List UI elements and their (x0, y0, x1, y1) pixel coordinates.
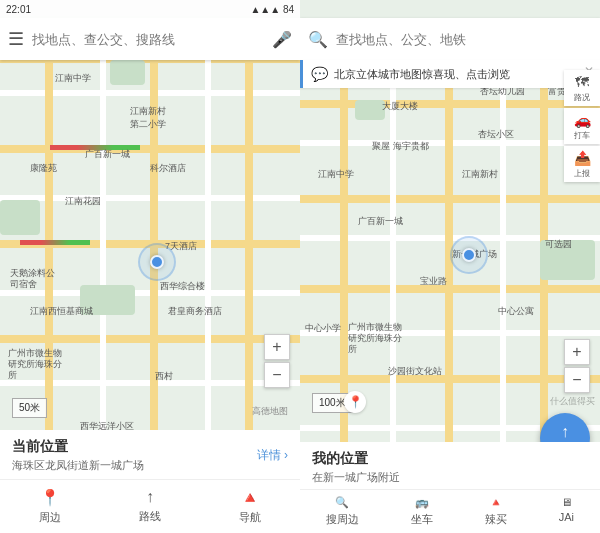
taxi-icon: 🚗 (574, 112, 591, 128)
bus-label: 坐车 (411, 512, 433, 527)
left-actions: 📍 周边 ↑ 路线 🔺 导航 (0, 480, 300, 533)
right-map-panel: 广厦新小区 大厦大楼 杏坛幼儿园 富贵华厅 杏坛小区 聚屋 海宇贵都 江南中学 … (300, 0, 600, 533)
scale-left: 50米 (12, 398, 47, 418)
battery-left: 84 (283, 4, 294, 15)
map-label-r: 江南中学 (318, 168, 354, 181)
map-label-r: 广百新一城 (358, 215, 403, 228)
notification-text: 北京立体城市地图惊喜现、点击浏览 (334, 67, 510, 82)
map-label-r: 广州市微生物研究所海珠分所 (348, 322, 408, 354)
traffic-btn[interactable]: 🗺 路况 (564, 70, 600, 106)
jai-icon: 🖥 (561, 496, 572, 508)
time-left: 22:01 (6, 4, 31, 15)
jai-label: JAi (559, 511, 574, 523)
jai-btn[interactable]: 🖥 JAi (559, 496, 574, 527)
notification-banner[interactable]: 💬 北京立体城市地图惊喜现、点击浏览 ✕ (300, 60, 600, 88)
map-label-r: 江南新村 (462, 168, 498, 181)
zoom-in-right[interactable]: + (564, 339, 590, 365)
buy-label: 辣买 (485, 512, 507, 527)
search-icon-right: 🔍 (308, 30, 328, 49)
status-bar-left: 22:01 ▲▲▲ 84 (0, 0, 300, 18)
traffic-label: 路况 (574, 92, 590, 103)
buy-icon: 🔺 (489, 496, 503, 509)
zoom-controls-left: + − (264, 334, 290, 388)
chat-icon: 💬 (311, 66, 328, 82)
search-nearby-btn[interactable]: 🔍 搜周边 (326, 496, 359, 527)
taxi-label: 打车 (574, 130, 590, 141)
search-input-left[interactable] (32, 24, 264, 54)
navigate-label-left: 导航 (239, 510, 261, 525)
right-location-info: 我的位置 在新一城广场附近 (300, 442, 600, 490)
signal-left: ▲▲▲ (250, 4, 280, 15)
location-sub-left: 海珠区龙凤街道新一城广场 (12, 458, 144, 473)
nearby-icon: 📍 (40, 488, 60, 507)
map-label: 广州市微生物研究所海珠分所 (8, 348, 68, 380)
taxi-btn[interactable]: 🚗 打车 (564, 108, 600, 144)
location-accuracy-ring-right (450, 236, 488, 274)
report-label: 上报 (574, 168, 590, 179)
navigate-btn-left[interactable]: 🔺 导航 (239, 488, 261, 525)
left-location-info: 当前位置 海珠区龙凤街道新一城广场 详情 › (0, 430, 300, 480)
mic-icon[interactable]: 🎤 (272, 30, 292, 49)
zoom-in-left[interactable]: + (264, 334, 290, 360)
right-actions: 🔍 搜周边 🚌 坐车 🔺 辣买 🖥 JAi (300, 490, 600, 533)
left-map-panel: 江南中学 江南新村第二小学 广百新一城 康隆苑 科尔酒店 江南花园 7天酒店 天… (0, 0, 300, 533)
location-title-left: 当前位置 (12, 438, 144, 456)
zoom-out-right[interactable]: − (564, 367, 590, 393)
left-search-bar[interactable]: ☰ 🎤 (0, 18, 300, 60)
right-bottom-panel: 我的位置 在新一城广场附近 🔍 搜周边 🚌 坐车 🔺 辣买 🖥 JAi (300, 442, 600, 533)
logo-left: 高德地图 (252, 405, 288, 418)
right-status-left: ▲▲▲ 84 (250, 4, 294, 15)
search-nearby-label: 搜周边 (326, 512, 359, 527)
nearby-label: 周边 (39, 510, 61, 525)
route-label: 路线 (139, 509, 161, 524)
right-topbar: 🔍 💬 北京立体城市地图惊喜现、点击浏览 ✕ (300, 0, 600, 90)
right-side-buttons: 🗺 路况 🚗 打车 📤 上报 (564, 70, 600, 182)
traffic-icon: 🗺 (575, 74, 589, 90)
menu-icon[interactable]: ☰ (8, 28, 24, 50)
nearby-btn[interactable]: 📍 周边 (39, 488, 61, 525)
location-icon-right[interactable]: 📍 (344, 391, 366, 413)
route-icon: ↑ (146, 488, 154, 506)
buy-btn[interactable]: 🔺 辣买 (485, 496, 507, 527)
nav-arrow-icon: ↑ (561, 423, 569, 441)
bus-icon: 🚌 (415, 496, 429, 509)
navigate-icon-left: 🔺 (240, 488, 260, 507)
map-label: 君皇商务酒店 (168, 305, 222, 318)
watermark: 什么值得买 (550, 395, 595, 408)
search-nearby-icon: 🔍 (335, 496, 349, 509)
search-input-right[interactable] (336, 32, 592, 47)
zoom-controls-right: + − (564, 339, 590, 393)
zoom-out-left[interactable]: − (264, 362, 290, 388)
location-title-right: 我的位置 (312, 450, 588, 468)
location-sub-right: 在新一城广场附近 (312, 470, 588, 485)
route-btn[interactable]: ↑ 路线 (139, 488, 161, 525)
map-label: 江南新村第二小学 (130, 105, 166, 131)
report-btn[interactable]: 📤 上报 (564, 146, 600, 182)
bus-btn[interactable]: 🚌 坐车 (411, 496, 433, 527)
watermark-text: 什么值得买 (550, 396, 595, 406)
left-bottom-panel: 当前位置 海珠区龙凤街道新一城广场 详情 › 📍 周边 ↑ 路线 🔺 导航 (0, 430, 300, 533)
report-icon: 📤 (574, 150, 591, 166)
right-search-bar[interactable]: 🔍 (300, 18, 600, 60)
detail-link[interactable]: 详情 › (257, 447, 288, 464)
location-accuracy-ring-left (138, 243, 176, 281)
map-label: 江南中学 (55, 72, 91, 85)
